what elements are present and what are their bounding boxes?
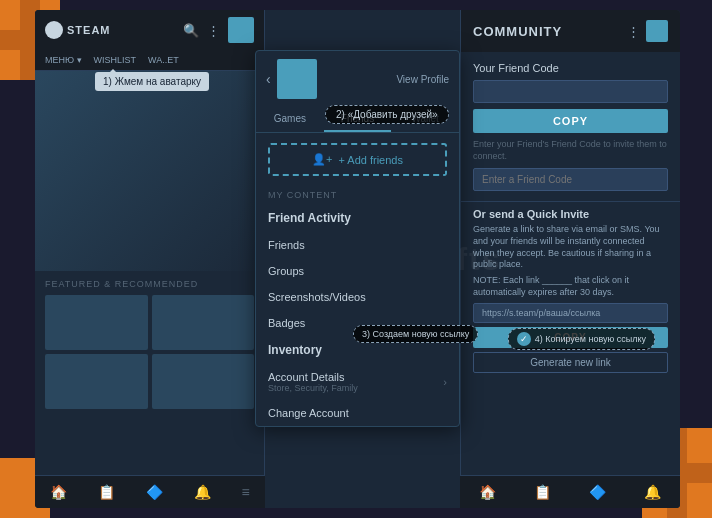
nav-menu-icon[interactable]: ≡: [241, 484, 249, 500]
avatar[interactable]: [228, 17, 254, 43]
annotation-step4: ✓ 4) Копируем новую ссылку: [508, 328, 655, 350]
steam-logo: STEAM: [45, 21, 111, 39]
featured-item-2[interactable]: [152, 295, 255, 350]
quick-invite-section: Or send a Quick Invite Generate a link t…: [461, 201, 680, 378]
quick-invite-note: NOTE: Each link ______ that click on it …: [473, 275, 668, 298]
right-nav-home-icon[interactable]: 🏠: [479, 484, 496, 500]
menu-item-account-row: Account Details Store, Security, Family …: [268, 371, 447, 393]
nav-menu[interactable]: МЕНЮ ▾: [41, 52, 86, 68]
main-window: steamgifts STEAM 🔍 ⋮ МЕНЮ ▾ WISHLIST WA.…: [35, 10, 680, 508]
profile-thumbnail: [277, 59, 317, 99]
menu-item-groups[interactable]: Groups: [256, 258, 459, 284]
community-header: COMMUNITY ⋮: [461, 10, 680, 52]
annotation-step3: 3) Создаем новую ссылку: [353, 325, 478, 343]
copy-friend-code-button[interactable]: COPY: [473, 109, 668, 133]
right-nav-library-icon[interactable]: 📋: [534, 484, 551, 500]
right-nav-notification-icon[interactable]: 🔔: [644, 484, 661, 500]
add-friends-label: + Add friends: [338, 154, 403, 166]
menu-item-account[interactable]: Account Details Store, Security, Family …: [256, 364, 459, 400]
featured-item-1[interactable]: [45, 295, 148, 350]
nav-notification-icon[interactable]: 🔔: [194, 484, 211, 500]
annotation-step2: 2) «Добавить друзей»: [325, 105, 449, 124]
right-bottom-nav: 🏠 📋 🔷 🔔: [460, 475, 680, 508]
featured-section: FEATURED & RECOMMENDED: [35, 271, 264, 417]
menu-item-screenshots[interactable]: Screenshots/Videos: [256, 284, 459, 310]
menu-item-friend-activity[interactable]: Friend Activity: [256, 204, 459, 232]
header-icons: 🔍 ⋮: [183, 17, 254, 43]
featured-item-3[interactable]: [45, 354, 148, 409]
menu-item-friends[interactable]: Friends: [256, 232, 459, 258]
left-bottom-nav: 🏠 📋 🔷 🔔 ≡: [35, 475, 265, 508]
nav-home-icon[interactable]: 🏠: [50, 484, 67, 500]
steam-logo-text: STEAM: [67, 24, 111, 36]
check-icon: ✓: [517, 332, 531, 346]
featured-item-4[interactable]: [152, 354, 255, 409]
nav-bar: МЕНЮ ▾ WISHLIST WA..ET: [35, 50, 264, 71]
add-friends-button[interactable]: 👤+ + Add friends: [268, 143, 447, 176]
chevron-right-icon: ›: [443, 376, 447, 388]
community-avatar[interactable]: [646, 20, 668, 42]
right-panel: COMMUNITY ⋮ Your Friend Code COPY Enter …: [460, 10, 680, 508]
more-icon[interactable]: ⋮: [207, 23, 220, 38]
steam-header: STEAM 🔍 ⋮: [35, 10, 264, 50]
add-friends-icon: 👤+: [312, 153, 332, 166]
my-content-label: MY CONTENT: [256, 186, 459, 204]
generate-link-button[interactable]: Generate new link: [473, 352, 668, 373]
friend-code-section: Your Friend Code COPY Enter your Friend'…: [461, 52, 680, 201]
back-arrow[interactable]: ‹: [266, 71, 271, 87]
nav-store-icon[interactable]: 🔷: [146, 484, 163, 500]
friend-code-label: Your Friend Code: [473, 62, 668, 74]
nav-wallet[interactable]: WA..ET: [144, 52, 183, 68]
featured-label: FEATURED & RECOMMENDED: [45, 279, 254, 289]
tab-games[interactable]: Games: [256, 107, 324, 132]
middle-header: ‹ View Profile: [256, 51, 459, 107]
quick-invite-title: Or send a Quick Invite: [473, 208, 668, 220]
community-more-icon[interactable]: ⋮: [627, 24, 640, 39]
community-header-right: ⋮: [627, 20, 668, 42]
menu-items-list: Friend Activity Friends Groups Screensho…: [256, 204, 459, 426]
community-title: COMMUNITY: [473, 24, 562, 39]
nav-library-icon[interactable]: 📋: [98, 484, 115, 500]
right-nav-store-icon[interactable]: 🔷: [589, 484, 606, 500]
friend-code-input[interactable]: [473, 80, 668, 103]
friend-code-helper: Enter your Friend's Friend Code to invit…: [473, 139, 668, 162]
quick-invite-description: Generate a link to share via email or SM…: [473, 224, 668, 271]
view-profile-button[interactable]: View Profile: [396, 74, 449, 85]
enter-friend-code-input[interactable]: [473, 168, 668, 191]
steam-logo-icon: [45, 21, 63, 39]
tooltip-step1: 1) Жмем на аватарку: [95, 72, 209, 91]
profile-image-area: [35, 71, 264, 271]
search-icon[interactable]: 🔍: [183, 23, 199, 38]
menu-item-change-account[interactable]: Change Account: [256, 400, 459, 426]
invite-link-display: https://s.team/p/ваша/ссылка: [473, 303, 668, 323]
left-panel: STEAM 🔍 ⋮ МЕНЮ ▾ WISHLIST WA..ET 1) Жмем…: [35, 10, 265, 508]
featured-grid: [45, 295, 254, 409]
